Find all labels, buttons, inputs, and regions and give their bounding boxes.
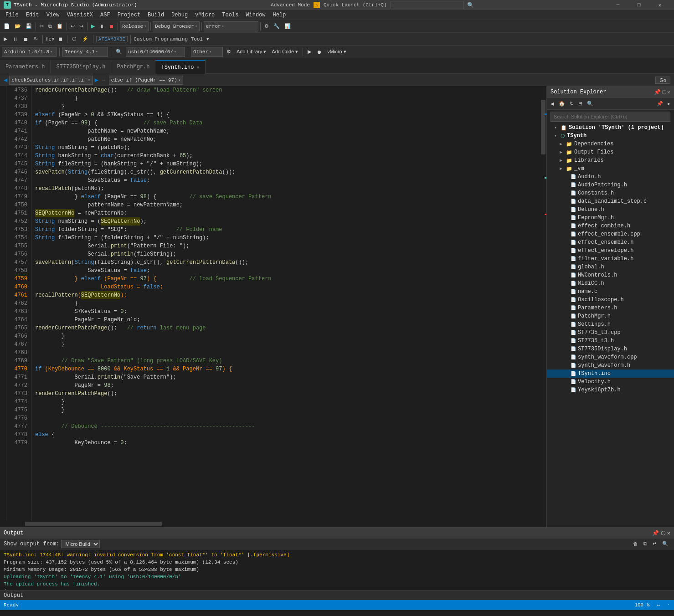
port-dropdown[interactable]: usb:0/140000/0/ ▾ xyxy=(126,47,185,57)
tree-file-effectensemblecpp[interactable]: 📄 effect_ensemble.cpp xyxy=(547,230,674,238)
code-content[interactable]: renderCurrentPatchPage(); // draw "Load … xyxy=(31,86,540,521)
se-refresh-btn[interactable]: ↻ xyxy=(568,99,576,109)
menu-asf[interactable]: ASF xyxy=(97,10,114,20)
stop-btn[interactable]: ⏹ xyxy=(107,21,116,31)
tab-tsynth[interactable]: TSynth.ino ✕ xyxy=(155,60,205,74)
horizontal-scrollbar[interactable] xyxy=(0,521,546,527)
maximize-button[interactable]: □ xyxy=(628,0,649,10)
tree-file-yeyskptbh[interactable]: 📄 Yeysk16pt7b.h xyxy=(547,386,674,394)
settings-btn[interactable]: ⚙ xyxy=(225,47,233,57)
tree-solution[interactable]: ▾ 📋 Solution 'TSynth' (1 project) xyxy=(547,123,674,132)
open-btn[interactable]: 📂 xyxy=(13,21,23,31)
tree-file-patchmgrh[interactable]: 📄 PatchMgr.h xyxy=(547,312,674,320)
play-btn[interactable]: ▶ xyxy=(306,47,313,57)
tree-file-tsynthino[interactable]: 📄 TSynth.ino xyxy=(547,370,674,378)
debug-browser-dropdown[interactable]: Debug Browser ▾ xyxy=(153,21,200,31)
tree-file-audiopatchingh[interactable]: 📄 AudioPatching.h xyxy=(547,181,674,189)
menu-debug[interactable]: Debug xyxy=(168,10,191,20)
menu-project[interactable]: Project xyxy=(114,10,144,20)
tree-file-hwcontrolsh[interactable]: 📄 HWControls.h xyxy=(547,271,674,279)
tree-lib-arrow[interactable]: ▶ xyxy=(560,158,565,163)
error-filter-dropdown[interactable]: error ▾ xyxy=(204,21,258,31)
quick-launch-input[interactable] xyxy=(391,2,463,8)
menu-vassistx[interactable]: VAssistX xyxy=(63,10,97,20)
device-dropdown[interactable]: Teensy 4.1 ▾ xyxy=(62,47,108,57)
start-btn[interactable]: ▶ xyxy=(89,21,97,31)
close-button[interactable]: ✕ xyxy=(649,0,670,10)
add-library-btn[interactable]: Add Library ▾ xyxy=(235,47,268,57)
se-pin2-btn[interactable]: 📌 xyxy=(655,99,665,109)
tree-file-namec[interactable]: 📄 name.c xyxy=(547,287,674,296)
output-clear-btn[interactable]: 🗑 xyxy=(631,539,640,549)
go-button[interactable]: Go xyxy=(655,77,670,84)
output-copy-btn[interactable]: ⧉ xyxy=(642,539,649,549)
output-source-dropdown[interactable]: Micro Build xyxy=(61,540,100,548)
tree-file-settingsh[interactable]: 📄 Settings.h xyxy=(547,320,674,329)
se-back-btn[interactable]: ◀ xyxy=(549,99,556,109)
nav-function-dropdown[interactable]: else if (PageNr == 97) ▾ xyxy=(109,76,183,85)
menu-build[interactable]: Build xyxy=(144,10,168,20)
tb2-btn3[interactable]: ⏹ xyxy=(21,34,30,44)
output-float-btn[interactable]: ⬡ xyxy=(661,530,665,537)
copy-btn[interactable]: ⧉ xyxy=(46,21,54,31)
tree-file-effectenvelopeh[interactable]: 📄 effect_envelope.h xyxy=(547,246,674,255)
se-filter-btn[interactable]: 🔍 xyxy=(585,99,595,109)
save-btn[interactable]: 💾 xyxy=(24,21,34,31)
tree-libraries[interactable]: ▶ 📁 Libraries xyxy=(547,156,674,164)
tree-file-stth[interactable]: 📄 ST7735_t3.h xyxy=(547,337,674,345)
add-code-btn[interactable]: Add Code ▾ xyxy=(270,47,300,57)
search-device-btn[interactable]: 🔍 xyxy=(114,47,124,57)
output-wrap-btn[interactable]: ↵ xyxy=(651,539,659,549)
tree-file-velocityh[interactable]: 📄 Velocity.h xyxy=(547,378,674,386)
output-content[interactable]: TSynth.ino: 1744:48: warning: invalid co… xyxy=(0,549,674,590)
toolbar-icon3[interactable]: 📊 xyxy=(283,21,293,31)
tb2-btn2[interactable]: ⏸ xyxy=(11,34,20,44)
menu-edit[interactable]: Edit xyxy=(22,10,43,20)
tb2-hex-btn[interactable]: ◼ xyxy=(57,34,64,44)
tree-vm-arrow[interactable]: ▶ xyxy=(560,166,565,171)
menu-file[interactable]: File xyxy=(2,10,22,20)
tree-file-constantsh[interactable]: 📄 Constants.h xyxy=(547,189,674,197)
nav-arrow-left[interactable]: ◀ xyxy=(4,76,7,84)
undo-btn[interactable]: ↩ xyxy=(69,21,77,31)
build-config-dropdown[interactable]: Release ▾ xyxy=(120,21,149,31)
record-btn[interactable]: ⏺ xyxy=(315,47,324,57)
menu-window[interactable]: Window xyxy=(242,10,269,20)
scroll-thumb[interactable] xyxy=(541,100,545,154)
tree-file-oscilloscopeh[interactable]: 📄 Oscilloscope.h xyxy=(547,296,674,304)
tree-dependencies[interactable]: ▶ 📁 Dependencies xyxy=(547,140,674,148)
tree-outputfiles[interactable]: ▶ 📁 Output Files xyxy=(547,148,674,156)
se-search-input[interactable] xyxy=(551,112,670,122)
tab-st7735display[interactable]: ST7735Display.h xyxy=(51,60,111,74)
other-dropdown[interactable]: Other ▾ xyxy=(191,47,223,57)
advanced-mode-icon[interactable]: ⚠ xyxy=(314,2,320,8)
tree-vm[interactable]: ▶ 📁 _vm xyxy=(547,164,674,173)
output-filter-btn[interactable]: 🔍 xyxy=(660,539,670,549)
tree-file-effectensembleh[interactable]: 📄 effect_ensemble.h xyxy=(547,238,674,246)
tree-file-filtervariableh[interactable]: 📄 filter_variable.h xyxy=(547,255,674,263)
nav-arrow-right[interactable]: ▶ xyxy=(95,76,98,84)
tree-file-sttcpp[interactable]: 📄 ST7735_t3.cpp xyxy=(547,329,674,337)
menu-help[interactable]: Help xyxy=(269,10,290,20)
tb2-prog-btn[interactable]: ⬡ xyxy=(70,34,78,44)
menu-vmicro[interactable]: vMicro xyxy=(191,10,218,20)
tb2-btn4[interactable]: ↻ xyxy=(32,34,40,44)
cut-btn[interactable]: ✂ xyxy=(38,21,46,31)
tab-parameters[interactable]: Parameters.h xyxy=(0,60,51,74)
tree-file-databandlimitstepc[interactable]: 📄 data_bandlimit_step.c xyxy=(547,197,674,205)
tree-project-arrow[interactable]: ▾ xyxy=(554,133,560,139)
output-close-btn[interactable]: ✕ xyxy=(667,530,670,537)
tab-patchmgr[interactable]: PatchMgr.h xyxy=(111,60,155,74)
tb2-custom-btn[interactable]: ▾ xyxy=(205,34,211,44)
se-close-btn[interactable]: ✕ xyxy=(667,89,670,96)
menu-view[interactable]: View xyxy=(43,10,63,20)
tree-solution-arrow[interactable]: ▾ xyxy=(554,125,560,130)
se-collapse-btn[interactable]: ⊟ xyxy=(576,99,584,109)
output-pin-btn[interactable]: 📌 xyxy=(652,530,659,537)
h-scroll-thumb[interactable] xyxy=(25,522,162,526)
tree-output-arrow[interactable]: ▶ xyxy=(560,149,565,155)
toolbar-icon2[interactable]: 🔧 xyxy=(272,21,282,31)
menu-tools[interactable]: Tools xyxy=(218,10,242,20)
se-pin-btn[interactable]: 📌 xyxy=(654,89,661,96)
tb2-flash-btn[interactable]: ⚡ xyxy=(80,34,90,44)
